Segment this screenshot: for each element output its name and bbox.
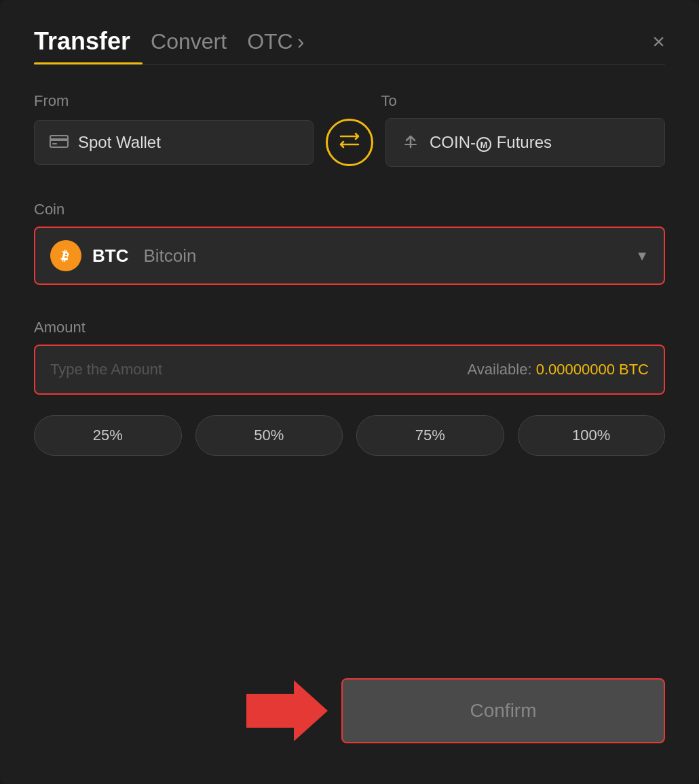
confirm-button[interactable]: Confirm [341, 678, 665, 743]
futures-icon [401, 131, 420, 154]
tab-otc[interactable]: OTC › [247, 29, 304, 54]
from-to-section: From To Spot Wallet [34, 92, 665, 167]
pct-25-button[interactable]: 25% [34, 415, 182, 456]
from-wallet-selector[interactable]: Spot Wallet [34, 120, 314, 165]
svg-rect-0 [50, 136, 68, 147]
arrow-container [34, 680, 341, 741]
from-wallet-name: Spot Wallet [78, 133, 161, 152]
amount-input-box[interactable]: Type the Amount Available: 0.00000000 BT… [34, 345, 665, 395]
percentage-buttons: 25% 50% 75% 100% [34, 415, 665, 456]
swap-icon [338, 131, 361, 155]
pct-75-button[interactable]: 75% [356, 415, 504, 456]
to-wallet-name: COIN-M Futures [430, 133, 552, 153]
close-button[interactable]: × [652, 31, 665, 52]
amount-label: Amount [34, 319, 665, 336]
from-to-labels: From To [34, 92, 665, 110]
tab-transfer[interactable]: Transfer [34, 27, 130, 56]
confirm-section: Confirm [34, 638, 665, 743]
amount-section: Amount Type the Amount Available: 0.0000… [34, 319, 665, 395]
coin-full-name: Bitcoin [143, 246, 196, 267]
btc-icon [50, 240, 81, 271]
transfer-modal: Transfer Convert OTC › × From To [0, 0, 699, 784]
coin-label: Coin [34, 201, 665, 218]
tab-convert[interactable]: Convert [151, 29, 227, 54]
from-to-inputs: Spot Wallet COIN-M [34, 118, 665, 167]
to-wallet-selector[interactable]: COIN-M Futures [385, 118, 665, 167]
chevron-down-icon: ▼ [635, 248, 649, 264]
pct-100-button[interactable]: 100% [518, 415, 666, 456]
pct-50-button[interactable]: 50% [195, 415, 343, 456]
red-arrow-icon [246, 680, 328, 741]
amount-placeholder: Type the Amount [50, 361, 162, 378]
coin-selector[interactable]: BTC Bitcoin ▼ [34, 227, 665, 285]
to-label: To [381, 92, 666, 110]
from-label: From [34, 92, 318, 110]
amount-value: 0.00000000 BTC [536, 361, 649, 378]
wallet-card-icon [50, 133, 69, 152]
coin-symbol: BTC [92, 246, 128, 267]
coin-section: Coin BTC Bitcoin ▼ [34, 201, 665, 285]
modal-header: Transfer Convert OTC › × [34, 27, 665, 56]
svg-rect-1 [50, 138, 68, 141]
svg-marker-4 [246, 680, 328, 741]
amount-available: Available: 0.00000000 BTC [468, 361, 649, 378]
swap-button[interactable] [326, 119, 373, 166]
header-divider [34, 64, 665, 65]
